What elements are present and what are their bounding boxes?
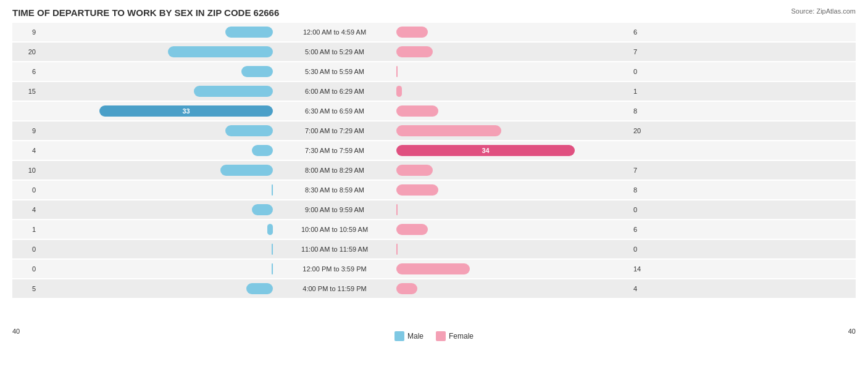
- male-value: 4: [12, 147, 38, 154]
- female-bar-area: [396, 86, 631, 97]
- male-bar: [252, 204, 273, 215]
- male-bar-area: [38, 145, 273, 156]
- female-bar: [396, 224, 428, 235]
- chart-row: 011:00 AM to 11:59 AM0: [12, 240, 856, 258]
- male-bar-area: [38, 27, 273, 38]
- time-label: 6:00 AM to 6:29 AM: [273, 88, 396, 95]
- male-value: 0: [12, 265, 38, 273]
- time-label: 11:00 AM to 11:59 AM: [273, 245, 396, 253]
- time-label: 7:00 AM to 7:29 AM: [273, 127, 396, 134]
- male-bar-area: [38, 46, 273, 57]
- chart-row: 336:30 AM to 6:59 AM8: [12, 102, 856, 120]
- male-bar-area: [38, 66, 273, 77]
- male-bar-area: 33: [38, 105, 273, 117]
- chart-title: TIME OF DEPARTURE TO WORK BY SEX IN ZIP …: [12, 7, 856, 18]
- axis-labels: 40 Male Female 40: [12, 328, 856, 341]
- time-label: 10:00 AM to 10:59 AM: [273, 226, 396, 233]
- male-bar-area: [38, 283, 273, 294]
- male-bar: [168, 46, 273, 57]
- legend-female-label: Female: [449, 332, 474, 340]
- source-text: Source: ZipAtlas.com: [791, 7, 856, 15]
- male-value: 20: [12, 48, 38, 56]
- time-label: 6:30 AM to 6:59 AM: [273, 107, 396, 115]
- chart-row: 54:00 PM to 11:59 PM4: [12, 279, 856, 298]
- female-bar: [396, 263, 470, 274]
- time-label: 12:00 PM to 3:59 PM: [273, 265, 396, 273]
- female-bar-area: [396, 244, 631, 255]
- female-bar: [396, 283, 417, 294]
- axis-right: 40: [848, 328, 856, 341]
- chart-row: 97:00 AM to 7:29 AM20: [12, 122, 856, 140]
- male-bar: [194, 86, 273, 97]
- male-value: 10: [12, 167, 38, 174]
- male-value: 0: [12, 245, 38, 253]
- legend-female-box: [436, 331, 446, 341]
- female-value: 0: [631, 206, 657, 213]
- male-bar-area: [38, 204, 273, 215]
- female-value: 8: [631, 107, 657, 115]
- female-value: 7: [631, 167, 657, 174]
- male-bar: [225, 125, 273, 136]
- male-bar-area: [38, 244, 273, 255]
- legend-male: Male: [394, 331, 424, 341]
- female-bar: [396, 125, 501, 136]
- female-bar-area: [396, 224, 631, 235]
- time-label: 8:30 AM to 8:59 AM: [273, 186, 396, 194]
- male-bar-area: [38, 125, 273, 136]
- male-value: 0: [12, 186, 38, 194]
- male-value: 6: [12, 68, 38, 75]
- male-bar: [267, 224, 273, 235]
- male-bar-area: [38, 184, 273, 196]
- female-bar-area: [396, 184, 631, 196]
- male-value: 9: [12, 127, 38, 134]
- time-label: 7:30 AM to 7:59 AM: [273, 147, 396, 154]
- female-value: 6: [631, 226, 657, 233]
- chart-row: 110:00 AM to 10:59 AM6: [12, 220, 856, 239]
- male-bar: [252, 145, 273, 156]
- female-bar-area: [396, 27, 631, 38]
- chart-row: 65:30 AM to 5:59 AM0: [12, 62, 856, 81]
- male-bar: [246, 283, 273, 294]
- female-bar: 34: [396, 145, 575, 156]
- male-bar-area: [38, 86, 273, 97]
- time-label: 9:00 AM to 9:59 AM: [273, 206, 396, 213]
- chart-row: 49:00 AM to 9:59 AM0: [12, 200, 856, 219]
- male-value: 4: [12, 206, 38, 213]
- legend-male-label: Male: [407, 332, 424, 340]
- time-label: 12:00 AM to 4:59 AM: [273, 28, 396, 36]
- female-bar: [396, 184, 438, 196]
- chart-row: 156:00 AM to 6:29 AM1: [12, 82, 856, 101]
- chart-area: 912:00 AM to 4:59 AM6205:00 AM to 5:29 A…: [12, 23, 856, 325]
- time-label: 8:00 AM to 8:29 AM: [273, 167, 396, 174]
- female-value: 7: [631, 48, 657, 56]
- male-bar: [241, 66, 273, 77]
- male-value: 9: [12, 28, 38, 36]
- female-bar: [396, 105, 438, 117]
- female-bar-area: 34: [396, 145, 631, 156]
- time-label: 5:30 AM to 5:59 AM: [273, 68, 396, 75]
- female-bar: [396, 165, 433, 176]
- chart-row: 108:00 AM to 8:29 AM7: [12, 161, 856, 179]
- male-bar-area: [38, 263, 273, 274]
- chart-row: 205:00 AM to 5:29 AM7: [12, 43, 856, 61]
- female-bar: [396, 46, 433, 57]
- chart-container: TIME OF DEPARTURE TO WORK BY SEX IN ZIP …: [0, 0, 868, 367]
- female-value: 14: [631, 265, 657, 273]
- female-value: 0: [631, 68, 657, 75]
- female-bar: [396, 27, 428, 38]
- male-bar: [220, 165, 273, 176]
- male-value: 5: [12, 285, 38, 292]
- time-label: 4:00 PM to 11:59 PM: [273, 285, 396, 292]
- female-value: 1: [631, 88, 657, 95]
- chart-row: 47:30 AM to 7:59 AM34: [12, 141, 856, 160]
- female-bar-area: [396, 46, 631, 57]
- male-value: 1: [12, 226, 38, 233]
- male-bar: 33: [99, 105, 273, 117]
- female-value: 20: [631, 127, 657, 134]
- female-bar: [396, 204, 398, 215]
- female-value: 6: [631, 28, 657, 36]
- female-bar-area: [396, 204, 631, 215]
- female-bar: [396, 244, 398, 255]
- female-bar: [396, 86, 402, 97]
- male-value: 15: [12, 88, 38, 95]
